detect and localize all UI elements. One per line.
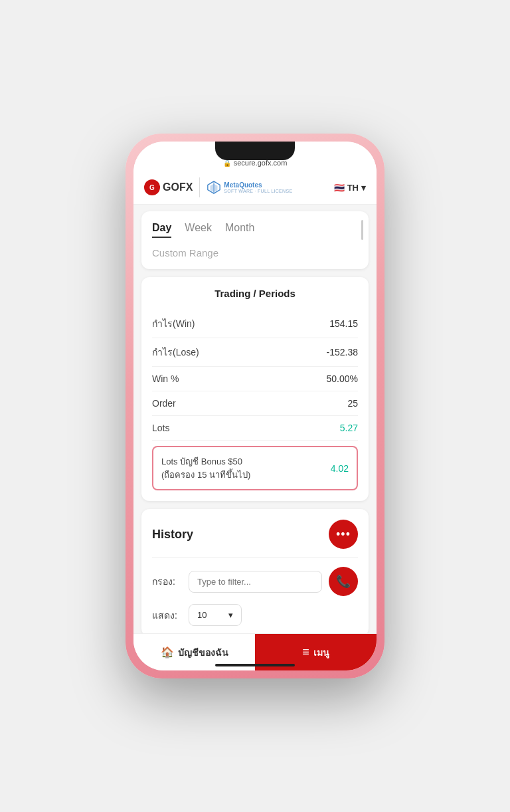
- menu-icon: ≡: [302, 645, 309, 659]
- trading-row-winpct: Win % 50.00%: [152, 367, 358, 391]
- trading-value-order: 25: [347, 398, 358, 409]
- phone-button[interactable]: 📞: [329, 567, 358, 596]
- header-divider: [199, 177, 200, 197]
- trading-row-win: กำไร(Win) 154.15: [152, 310, 358, 338]
- trading-row-lots: Lots 5.27: [152, 416, 358, 441]
- tab-month[interactable]: Month: [225, 222, 254, 238]
- phone-screen: 🔒 secure.gofx.com G GOFX: [133, 142, 377, 670]
- trading-label-lose: กำไร(Lose): [152, 345, 199, 359]
- period-tabs: Day Week Month: [152, 222, 358, 238]
- chevron-down-icon: ▾: [228, 610, 233, 620]
- history-card: History ••• กรอง: 📞 แสดง: 10 ▾: [141, 509, 369, 633]
- lang-selector[interactable]: 🇹🇭 TH ▾: [334, 183, 366, 193]
- home-indicator: [215, 664, 295, 666]
- trading-label-win: กำไร(Win): [152, 316, 195, 331]
- phone-frame: 🔒 secure.gofx.com G GOFX: [126, 134, 384, 678]
- main-content: Day Week Month Custom Range Trading / Pe…: [133, 205, 377, 633]
- logo-area: G GOFX MetaQuotes SOFT WARE · FULL LICEN…: [144, 177, 292, 197]
- trading-label-lots: Lots: [152, 423, 169, 433]
- phone-icon: 📞: [336, 574, 351, 589]
- trading-row-lose: กำไร(Lose) -152.38: [152, 338, 358, 367]
- trading-value-win: 154.15: [329, 318, 358, 329]
- filter-label: กรอง:: [152, 574, 182, 589]
- trading-title: Trading / Periods: [152, 288, 358, 299]
- period-card: Day Week Month Custom Range: [141, 211, 369, 269]
- flag-icon: 🇹🇭: [334, 183, 345, 193]
- trading-card: Trading / Periods กำไร(Win) 154.15 กำไร(…: [141, 277, 369, 501]
- show-row: แสดง: 10 ▾: [152, 604, 358, 626]
- tab-day[interactable]: Day: [152, 222, 171, 238]
- history-title: History: [152, 528, 193, 542]
- gofx-logo: G GOFX: [144, 179, 193, 195]
- show-label: แสดง:: [152, 608, 182, 623]
- chevron-down-icon: ▾: [361, 183, 366, 193]
- trading-label-winpct: Win %: [152, 373, 179, 384]
- trading-value-lose: -152.38: [327, 347, 358, 357]
- gofx-icon: G: [144, 179, 160, 195]
- metaquotes-text: MetaQuotes SOFT WARE · FULL LICENSE: [224, 181, 292, 194]
- trading-row-order: Order 25: [152, 391, 358, 416]
- history-header: History •••: [152, 520, 358, 549]
- more-button[interactable]: •••: [329, 520, 358, 549]
- filter-row: กรอง: 📞: [152, 567, 358, 596]
- phone-notch: [215, 142, 295, 160]
- trading-value-winpct: 50.00%: [327, 373, 358, 384]
- lock-icon: 🔒: [223, 159, 231, 167]
- trading-value-lots: 5.27: [340, 423, 358, 433]
- metaquotes-icon: [207, 180, 221, 195]
- scrollbar-indicator: [361, 220, 363, 240]
- header: G GOFX MetaQuotes SOFT WARE · FULL LICEN…: [133, 171, 377, 205]
- trading-label-order: Order: [152, 398, 176, 409]
- filter-input[interactable]: [189, 571, 322, 593]
- custom-range-tab[interactable]: Custom Range: [152, 247, 358, 258]
- tab-week[interactable]: Week: [185, 222, 212, 238]
- home-icon: 🏠: [161, 646, 174, 659]
- bonus-value: 4.02: [331, 463, 349, 474]
- show-select[interactable]: 10 ▾: [189, 604, 242, 626]
- bonus-row: Lots บัญชี Bonus $50 (ถือครอง 15 นาทีขึ้…: [152, 446, 358, 490]
- history-divider: [152, 557, 358, 558]
- bonus-label: Lots บัญชี Bonus $50 (ถือครอง 15 นาทีขึ้…: [161, 455, 250, 481]
- metaquotes-logo: MetaQuotes SOFT WARE · FULL LICENSE: [207, 180, 292, 195]
